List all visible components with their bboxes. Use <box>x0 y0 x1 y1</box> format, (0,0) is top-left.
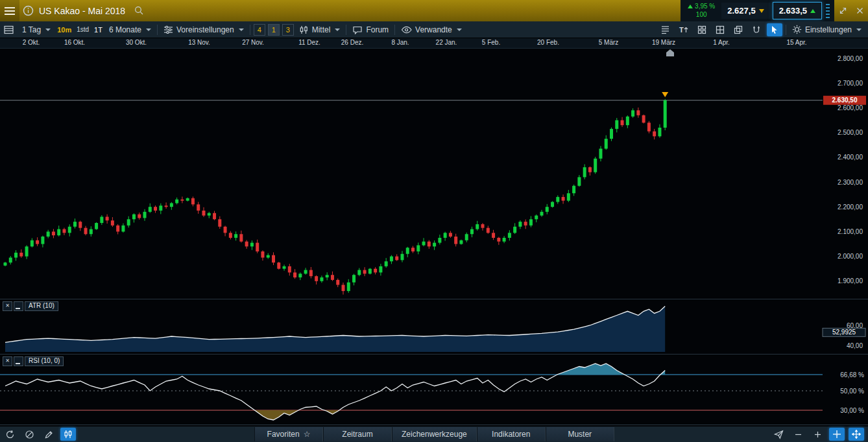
rsi-panel[interactable]: 66,68 %50,00 %30,00 % <box>0 355 868 425</box>
history-icon[interactable] <box>2 428 18 441</box>
tab-indikatoren[interactable]: Indikatoren <box>477 427 546 441</box>
tab-favoriten[interactable]: Favoriten ☆ <box>254 427 323 441</box>
svg-text:1.900,00: 1.900,00 <box>838 277 863 285</box>
svg-text:2.500,00: 2.500,00 <box>838 129 863 136</box>
atr-minimize-icon[interactable] <box>14 301 23 311</box>
layers-icon[interactable] <box>730 23 746 36</box>
multi-chart-icon[interactable] <box>712 23 728 36</box>
panel-divider[interactable] <box>0 354 868 355</box>
chart-style-icon[interactable] <box>60 428 76 441</box>
chart-toolbar: 1 Tag 10m 1std 1T 6 Monate Voreinstellun… <box>0 21 868 38</box>
date-tick: 20 Feb. <box>537 39 559 46</box>
title-bar: US Kakao - Mai 2018 3,95 % 100 2.627,5 2… <box>0 0 868 21</box>
chart-panel-icon[interactable] <box>1 23 17 36</box>
rsi-chart: 66,68 %50,00 %30,00 % <box>0 355 868 425</box>
svg-text:2.000,00: 2.000,00 <box>838 253 863 260</box>
pencil-icon[interactable] <box>41 428 56 441</box>
layout-1-button[interactable]: 1 <box>268 24 280 36</box>
instrument-title: US Kakao - Mai 2018 <box>39 6 125 16</box>
sliders-icon <box>163 25 173 34</box>
candlestick-chart[interactable]: 2.800,002.700,002.600,002.500,002.400,00… <box>0 48 868 299</box>
divider <box>346 25 346 35</box>
send-icon[interactable] <box>771 428 786 441</box>
magnet-icon[interactable] <box>749 23 764 36</box>
search-icon[interactable] <box>130 0 147 21</box>
expand-window-icon[interactable] <box>834 0 851 21</box>
layout-3-button[interactable]: 3 <box>282 24 294 36</box>
tab-muster[interactable]: Muster <box>546 427 614 441</box>
date-tick: 16 Okt. <box>64 39 85 46</box>
chevron-down-icon <box>856 29 862 31</box>
date-axis[interactable]: 2 Okt.16 Okt.30 Okt.13 Nov.27 Nov.11 Dez… <box>0 38 868 49</box>
settings-dropdown[interactable]: Einstellungen <box>788 21 868 38</box>
atr-header: ✕ ATR (10) <box>3 301 58 311</box>
settings-label: Einstellungen <box>805 25 852 34</box>
range-dropdown[interactable]: 6 Monate <box>105 21 155 38</box>
svg-text:52,9925: 52,9925 <box>832 329 856 336</box>
tab-zeichenwerkzeuge[interactable]: Zeichenwerkzeuge <box>392 427 477 441</box>
tab-zeitraum[interactable]: Zeitraum <box>323 427 392 441</box>
rsi-label[interactable]: RSI (10, 0) <box>25 356 64 366</box>
tick-up-icon <box>810 9 815 13</box>
change-box: 3,95 % 100 <box>682 3 720 19</box>
indicator-window-icon[interactable] <box>658 23 673 36</box>
gear-icon <box>792 25 802 34</box>
rsi-minimize-icon[interactable] <box>14 356 23 366</box>
signal-marker <box>662 92 668 97</box>
atr-panel[interactable]: 60,0040,0052,9925 <box>0 299 868 354</box>
presets-dropdown[interactable]: Voreinstellungen <box>160 21 248 38</box>
bottom-toolbar: Favoriten ☆ Zeitraum Zeichenwerkzeuge In… <box>0 426 868 442</box>
grid-view-icon[interactable] <box>694 23 710 36</box>
timeframe-dropdown[interactable]: 1 Tag <box>18 21 54 38</box>
date-tick: 2 Okt. <box>23 39 40 46</box>
tf-1std-button[interactable]: 1std <box>74 26 91 33</box>
zoom-out-button[interactable] <box>790 428 806 441</box>
svg-text:2.800,00: 2.800,00 <box>838 55 863 62</box>
panel-divider[interactable] <box>0 299 868 299</box>
depth-strip <box>826 4 830 18</box>
svg-text:2.600,00: 2.600,00 <box>838 104 863 111</box>
date-tick: 5 März <box>599 39 619 46</box>
related-dropdown[interactable]: Verwandte <box>397 21 466 38</box>
latest-marker <box>666 49 674 56</box>
layout-4-button[interactable]: 4 <box>254 24 265 36</box>
info-icon[interactable] <box>19 0 36 21</box>
star-icon: ☆ <box>304 430 311 439</box>
date-tick: 26 Dez. <box>341 39 363 46</box>
atr-chart: 60,0040,0052,9925 <box>0 299 868 354</box>
svg-text:2.400,00: 2.400,00 <box>838 154 863 161</box>
clear-drawings-icon[interactable] <box>21 428 37 441</box>
autoscale-button[interactable] <box>849 428 864 441</box>
close-icon[interactable] <box>851 0 868 21</box>
candlestick-icon <box>299 25 309 34</box>
svg-text:60,00: 60,00 <box>847 322 863 329</box>
atr-close-icon[interactable]: ✕ <box>3 301 12 311</box>
svg-text:2.100,00: 2.100,00 <box>838 228 863 235</box>
presets-label: Voreinstellungen <box>176 25 234 34</box>
tf-1t-button[interactable]: 1T <box>91 26 105 34</box>
date-tick: 13 Nov. <box>188 39 210 46</box>
date-tick: 19 März <box>652 39 675 46</box>
atr-label[interactable]: ATR (10) <box>25 301 58 311</box>
chart-type-dropdown[interactable]: Mittel <box>295 21 344 38</box>
bottom-tabs: Favoriten ☆ Zeitraum Zeichenwerkzeuge In… <box>254 427 614 441</box>
crosshair-button[interactable] <box>829 428 845 441</box>
price-chart-panel[interactable]: 2.800,002.700,002.600,002.500,002.400,00… <box>0 48 868 299</box>
buy-price: 2.633,5 <box>779 6 807 16</box>
tf-10m-button[interactable]: 10m <box>54 26 74 34</box>
pointer-tool-icon[interactable] <box>767 23 782 36</box>
buy-price-button[interactable]: 2.633,5 <box>773 2 822 19</box>
range-label: 6 Monate <box>109 25 141 34</box>
forum-button[interactable]: Forum <box>348 21 392 38</box>
sell-price-button[interactable]: 2.627,5 <box>721 3 769 19</box>
menu-icon[interactable] <box>0 0 19 21</box>
chevron-down-icon <box>239 29 244 31</box>
rsi-close-icon[interactable]: ✕ <box>3 356 12 366</box>
text-tool-icon[interactable]: T <box>676 23 692 36</box>
timeframe-label: 1 Tag <box>22 25 41 34</box>
date-tick: 11 Dez. <box>298 39 320 46</box>
zoom-in-button[interactable] <box>810 428 825 441</box>
chevron-down-icon <box>45 29 51 31</box>
divider <box>250 25 250 35</box>
svg-text:50,00 %: 50,00 % <box>840 388 864 395</box>
